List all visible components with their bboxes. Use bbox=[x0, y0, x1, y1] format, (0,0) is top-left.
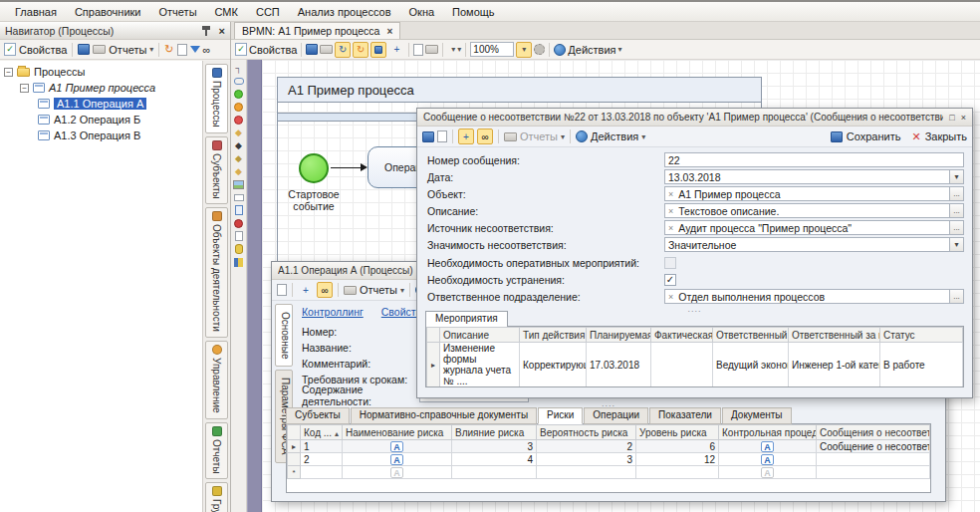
tree-node-processes[interactable]: − Процессы bbox=[0, 64, 202, 80]
cell-messages[interactable]: Сообщение о несоответствии №22 от 13.0..… bbox=[817, 440, 930, 453]
tree-node-operation-b[interactable]: А1.2 Операция Б bbox=[0, 112, 202, 128]
refresh-icon[interactable]: ↻ bbox=[335, 42, 351, 58]
cell-level[interactable]: 6 bbox=[636, 440, 719, 453]
chevron-down-icon[interactable]: ▾ bbox=[400, 286, 404, 295]
cell-code[interactable] bbox=[301, 466, 343, 479]
cell-action-type[interactable]: Корректирующее bbox=[520, 343, 587, 387]
object-input[interactable]: ×А1 Пример процесса... bbox=[664, 186, 964, 201]
cell-actual-date[interactable] bbox=[651, 343, 713, 387]
cell-messages[interactable] bbox=[817, 466, 930, 479]
cell-responsible-control[interactable] bbox=[789, 387, 880, 388]
tree-node-operation-a[interactable]: А1.1 Операция А bbox=[0, 96, 202, 112]
cell-planned-date[interactable]: 17.03.2018 bbox=[587, 343, 651, 387]
tab-risks[interactable]: Риски bbox=[538, 407, 583, 424]
description-input[interactable]: ×Текстовое описание.... bbox=[664, 203, 964, 218]
side-tab-groups[interactable]: Группы bbox=[205, 482, 228, 512]
header-status[interactable]: Статус bbox=[880, 328, 963, 343]
page-icon[interactable] bbox=[437, 130, 447, 142]
cell-planned-date[interactable] bbox=[587, 387, 651, 388]
measure-new-row[interactable]: * bbox=[427, 387, 963, 388]
cell-risk-name[interactable]: A bbox=[343, 466, 452, 479]
menu-item-directories[interactable]: Справочники bbox=[66, 4, 150, 20]
side-tab-activity-objects[interactable]: Объекты деятельности bbox=[205, 207, 228, 338]
task-tool-icon[interactable] bbox=[233, 75, 245, 87]
cell-probability[interactable]: 2 bbox=[537, 440, 636, 453]
clipboard-icon[interactable] bbox=[320, 45, 333, 54]
windows-icon[interactable] bbox=[78, 44, 90, 55]
zoom-level-input[interactable]: 100% bbox=[470, 42, 514, 57]
chevron-down-icon[interactable]: ▾ bbox=[457, 45, 461, 54]
tree-node-label-selected[interactable]: А1.1 Операция А bbox=[54, 98, 146, 110]
tab-bpmn-diagram[interactable]: BPMN: А1 Пример процесса × bbox=[234, 22, 400, 39]
start-event-tool-icon[interactable] bbox=[233, 88, 245, 100]
clear-icon[interactable]: × bbox=[668, 223, 673, 233]
tab-normative-documents[interactable]: Нормативно-справочные документы bbox=[351, 407, 537, 424]
close-button[interactable]: ✕ Закрыть bbox=[911, 130, 967, 143]
expand-icon[interactable]: + bbox=[458, 128, 474, 144]
side-tab-processes[interactable]: Процессы bbox=[205, 64, 228, 133]
edit-icon[interactable] bbox=[425, 45, 438, 54]
side-tab-subjects[interactable]: Субъекты bbox=[205, 136, 228, 205]
connector-tool-icon[interactable]: ┐ bbox=[233, 62, 245, 74]
header-risk-level[interactable]: Уровень риска bbox=[636, 425, 719, 440]
lookup-icon[interactable]: ... bbox=[949, 220, 963, 235]
exclusive-gateway-tool-icon[interactable]: ◆ bbox=[233, 152, 245, 164]
chevron-down-icon[interactable]: ▾ bbox=[618, 45, 622, 54]
splitter-grip[interactable]: .... bbox=[272, 400, 945, 406]
save-icon[interactable] bbox=[422, 131, 434, 142]
risk-row[interactable]: 2 A 4 3 12 A bbox=[288, 453, 930, 466]
cell-impact[interactable]: 3 bbox=[452, 440, 537, 453]
cell-probability[interactable]: 3 bbox=[537, 453, 636, 466]
chevron-down-icon[interactable]: ▾ bbox=[451, 45, 455, 54]
cell-responsible-control[interactable]: Инженер 1-ой категории bbox=[789, 343, 880, 387]
header-nonconformity-messages[interactable]: Сообщения о несоответствиях bbox=[817, 425, 930, 440]
picture-tool-icon[interactable] bbox=[233, 178, 245, 190]
tab-main[interactable]: Основные bbox=[275, 304, 293, 367]
cell-actual-date[interactable] bbox=[651, 387, 713, 388]
cell-status[interactable] bbox=[880, 387, 963, 388]
reports-button-disabled[interactable]: Отчеты bbox=[520, 130, 558, 142]
menu-item-windows[interactable]: Окна bbox=[400, 4, 444, 20]
close-icon[interactable]: × bbox=[386, 26, 392, 37]
header-risk-probability[interactable]: Вероятность риска bbox=[537, 425, 636, 440]
operational-need-checkbox[interactable] bbox=[664, 257, 676, 269]
tree-node-label[interactable]: Процессы bbox=[34, 66, 85, 78]
header-description[interactable]: Описание bbox=[440, 328, 520, 343]
cell-impact[interactable]: 4 bbox=[452, 453, 537, 466]
grid-toggle-icon[interactable] bbox=[370, 42, 386, 58]
end-event-tool-icon[interactable] bbox=[233, 114, 245, 126]
document-tool-icon[interactable] bbox=[233, 204, 245, 216]
header-code[interactable]: Код ... ▴ bbox=[301, 425, 343, 440]
cell-status[interactable]: В работе bbox=[880, 343, 963, 387]
timer-tool-icon[interactable] bbox=[233, 217, 245, 229]
tree-node-operation-v[interactable]: А1.3 Операция В bbox=[0, 128, 202, 143]
menu-item-smk[interactable]: СМК bbox=[206, 4, 247, 20]
header-action-type[interactable]: Тип действия bbox=[520, 328, 587, 343]
cell-risk-name[interactable]: A bbox=[343, 453, 452, 466]
lookup-icon[interactable]: ... bbox=[949, 203, 963, 218]
cell-level[interactable]: 12 bbox=[636, 453, 719, 466]
significance-select[interactable]: Значительное▾ bbox=[664, 237, 964, 252]
menu-item-ssp[interactable]: ССП bbox=[247, 4, 289, 20]
collapse-icon[interactable]: − bbox=[4, 68, 13, 77]
actions-button[interactable]: Действия bbox=[568, 44, 615, 56]
header-responsible-impl[interactable]: Ответственный за вн... bbox=[713, 328, 789, 343]
chevron-down-icon[interactable]: ▾ bbox=[949, 237, 963, 252]
header-planned-date[interactable]: Планируемая дат... bbox=[587, 328, 651, 343]
expand-icon[interactable]: + bbox=[298, 282, 314, 298]
menu-item-help[interactable]: Помощь bbox=[443, 4, 504, 20]
start-event-shape[interactable] bbox=[299, 153, 329, 183]
refresh-all-icon[interactable]: ↻ bbox=[353, 42, 368, 58]
close-icon[interactable]: × bbox=[961, 113, 966, 123]
navigator-reports-button[interactable]: Отчеты bbox=[109, 44, 146, 56]
link-icon[interactable]: ∞ bbox=[477, 128, 493, 144]
header-responsible-control[interactable]: Ответственный за контр... bbox=[789, 328, 880, 343]
header-risk-name[interactable]: Наименование риска bbox=[343, 425, 452, 440]
tab-measures[interactable]: Мероприятия bbox=[425, 311, 508, 327]
cell-code[interactable]: 1 bbox=[301, 440, 343, 453]
tree-node-label[interactable]: А1.2 Операция Б bbox=[54, 114, 140, 126]
intermediate-event-tool-icon[interactable] bbox=[233, 101, 245, 113]
database-tool-icon[interactable] bbox=[233, 243, 245, 255]
gateway-tool-icon[interactable]: ◆ bbox=[233, 127, 245, 138]
menu-item-reports[interactable]: Отчеты bbox=[150, 4, 206, 20]
